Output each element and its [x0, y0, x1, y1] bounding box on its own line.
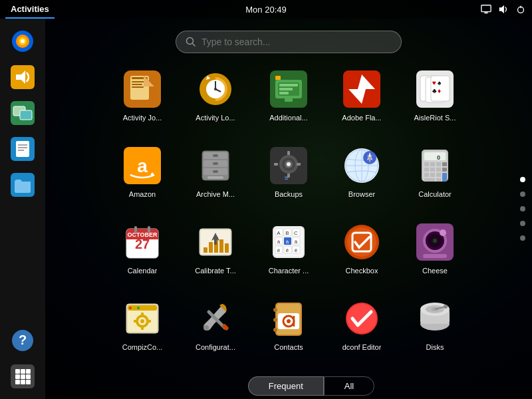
app-label-activity-log: Activity Lo...	[196, 114, 235, 122]
app-item-activity-journal[interactable]: Activity Jo...	[106, 60, 179, 136]
sidebar-item-firefox[interactable]	[7, 25, 39, 57]
search-bar[interactable]	[176, 31, 402, 53]
svg-rect-73	[213, 170, 218, 173]
app-item-calibrate[interactable]: Calibrate T...	[179, 213, 252, 289]
svg-rect-1	[484, 12, 487, 13]
svg-text:ê: ê	[286, 247, 289, 253]
app-label-backups: Backups	[275, 190, 303, 198]
app-label-additional-drivers: Additional...	[269, 114, 307, 122]
page-dot-4[interactable]	[520, 221, 525, 226]
svg-rect-38	[132, 84, 142, 85]
svg-rect-49	[279, 88, 293, 90]
svg-rect-169	[148, 320, 151, 323]
svg-rect-100	[436, 162, 441, 166]
svg-marker-2	[499, 5, 504, 13]
page-dot-3[interactable]	[520, 206, 525, 211]
svg-rect-48	[279, 84, 298, 86]
app-item-cheese[interactable]: Cheese	[398, 213, 471, 289]
svg-rect-109	[442, 173, 447, 182]
app-item-additional-drivers[interactable]: Additional...	[252, 60, 325, 136]
svg-rect-103	[430, 168, 435, 172]
activities-button[interactable]: Activities	[5, 0, 55, 19]
app-launcher-overlay: Activity Jo... Activity Lo...	[45, 19, 532, 399]
svg-point-32	[187, 38, 194, 45]
svg-rect-124	[219, 239, 223, 253]
app-label-cheese: Cheese	[422, 267, 448, 275]
svg-rect-98	[424, 162, 429, 166]
svg-rect-104	[436, 168, 441, 172]
svg-point-155	[440, 229, 446, 236]
app-label-contacts: Contacts	[274, 343, 303, 351]
app-item-checkbox[interactable]: Checkbox	[325, 213, 398, 289]
svg-text:♣: ♣	[432, 87, 437, 94]
svg-rect-13	[20, 110, 32, 120]
app-item-aisleriots[interactable]: ♥ ♠ ♣ ♦ AisleRiot S...	[398, 60, 471, 136]
svg-rect-110	[424, 178, 435, 182]
sidebar-item-help[interactable]: ?	[7, 325, 39, 356]
svg-rect-0	[481, 5, 491, 12]
svg-rect-28	[26, 374, 31, 379]
app-item-configuration[interactable]: Configurat...	[179, 289, 252, 366]
svg-point-8	[21, 39, 25, 43]
svg-text:0: 0	[437, 154, 440, 161]
page-dot-5[interactable]	[520, 235, 525, 241]
svg-rect-24	[21, 369, 25, 374]
app-item-browser[interactable]: Browser	[325, 136, 398, 213]
search-input[interactable]	[201, 37, 392, 47]
app-item-activity-log[interactable]: Activity Lo...	[179, 60, 252, 136]
svg-rect-30	[21, 380, 25, 384]
svg-point-160	[129, 307, 132, 309]
svg-rect-15	[16, 141, 29, 157]
app-label-character-map: Character ...	[269, 267, 309, 275]
svg-text:A: A	[277, 230, 281, 236]
svg-point-165	[140, 319, 144, 323]
sidebar-item-sound[interactable]	[7, 61, 39, 93]
tab-all[interactable]: All	[324, 376, 374, 396]
page-dot-1[interactable]	[520, 177, 525, 182]
svg-point-181	[273, 328, 277, 332]
app-label-browser: Browser	[348, 190, 375, 198]
app-label-calculator: Calculator	[418, 190, 452, 198]
sidebar-item-writer[interactable]	[7, 133, 39, 165]
svg-point-44	[214, 88, 217, 90]
svg-point-85	[287, 162, 291, 166]
svg-rect-102	[424, 168, 429, 172]
svg-rect-37	[132, 81, 145, 82]
app-item-dconf-editor[interactable]: dconf Editor	[325, 289, 398, 366]
tab-frequent[interactable]: Frequent	[248, 376, 324, 396]
sidebar-item-all-apps[interactable]	[7, 360, 39, 392]
power-icon[interactable]	[515, 3, 527, 15]
svg-rect-156	[423, 254, 447, 258]
page-dots	[520, 177, 525, 241]
svg-rect-52	[275, 76, 281, 80]
svg-point-190	[444, 305, 448, 309]
sidebar-item-photos[interactable]	[7, 97, 39, 129]
screen-icon[interactable]	[480, 3, 492, 15]
app-item-calculator[interactable]: 0 Calculator	[398, 136, 471, 213]
sidebar-item-files[interactable]	[7, 169, 39, 201]
svg-rect-50	[279, 92, 289, 94]
app-item-calendar[interactable]: OCTOBER 27 Calendar	[106, 213, 179, 289]
svg-rect-31	[26, 380, 31, 384]
svg-rect-167	[141, 327, 144, 330]
clock: Mon 20:49	[245, 5, 286, 15]
volume-icon[interactable]	[497, 3, 509, 15]
svg-rect-101	[442, 162, 447, 166]
app-item-adobe-flash[interactable]: Adobe Fla...	[325, 60, 398, 136]
svg-rect-72	[213, 162, 218, 165]
app-item-archive-manager[interactable]: Archive M...	[179, 136, 252, 213]
page-dot-2[interactable]	[520, 192, 525, 197]
topbar: Activities Mon 20:49	[0, 0, 532, 19]
svg-rect-96	[424, 152, 446, 160]
app-item-character-map[interactable]: A B C à à ä é ê ë Character ...	[252, 213, 325, 289]
app-item-compiz[interactable]: CompizCo...	[106, 289, 179, 366]
app-item-backups[interactable]: ≡ Backups	[252, 136, 325, 213]
svg-text:ä: ä	[295, 239, 298, 245]
app-item-disks[interactable]: Disks	[398, 289, 471, 366]
svg-rect-26	[15, 374, 20, 379]
app-item-amazon[interactable]: a Amazon	[106, 136, 179, 213]
app-label-archive-manager: Archive M...	[196, 190, 235, 198]
svg-point-162	[137, 307, 140, 309]
app-item-contacts[interactable]: Contacts	[252, 289, 325, 366]
app-label-activity-journal: Activity Jo...	[123, 114, 162, 122]
